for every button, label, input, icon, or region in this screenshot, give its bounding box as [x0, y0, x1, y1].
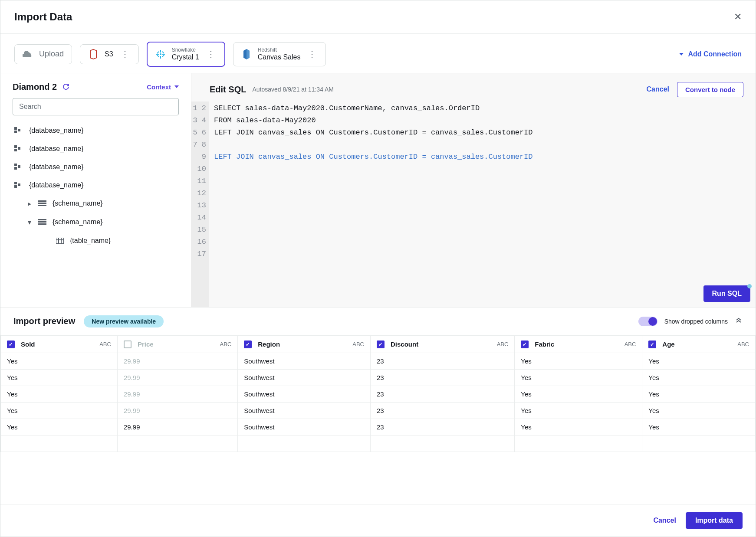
code-content[interactable]: SELECT sales-data-May2020.CustomerName, … [209, 102, 756, 307]
column-checkbox[interactable] [124, 341, 131, 348]
database-tree: {database_name} {database_name} {databas… [13, 121, 179, 250]
database-item[interactable]: {database_name} [13, 158, 179, 176]
preview-title: Import preview [13, 316, 75, 326]
modal-footer: Cancel Import data [0, 504, 756, 537]
column-header[interactable]: RegionABC [238, 336, 371, 353]
upload-icon [23, 49, 33, 59]
source-snowflake[interactable]: Snowflake Crystal 1 ⋮ [147, 42, 225, 67]
column-header[interactable]: SoldABC [1, 336, 118, 353]
caret-down-icon [679, 53, 684, 56]
close-button[interactable]: ✕ [734, 11, 742, 23]
svg-rect-18 [14, 182, 17, 184]
collapse-icon[interactable] [735, 318, 743, 325]
svg-rect-15 [14, 164, 17, 166]
modal-header: Import Data ✕ [0, 0, 756, 34]
code-editor[interactable]: 1 2 3 4 5 6 7 8 9 10 11 12 13 14 15 16 1… [191, 102, 756, 307]
editor-cancel-button[interactable]: Cancel [647, 85, 669, 93]
svg-rect-7 [157, 55, 159, 57]
database-icon [14, 127, 23, 134]
table-row: Yes29.99Southwest23YesYes [1, 353, 756, 369]
table-icon [56, 238, 64, 244]
table-cell: Yes [642, 419, 756, 435]
database-label: {database_name} [29, 181, 83, 189]
import-data-button[interactable]: Import data [686, 512, 743, 529]
show-dropped-toggle[interactable] [638, 317, 657, 326]
column-name: Fabric [535, 341, 554, 348]
convert-to-node-button[interactable]: Convert to node [677, 82, 743, 97]
cancel-button[interactable]: Cancel [653, 517, 676, 524]
new-preview-badge[interactable]: New preview available [84, 315, 164, 327]
table-cell [515, 435, 642, 452]
table-cell: Yes [1, 402, 118, 419]
close-icon: ✕ [734, 11, 742, 22]
preview-table: SoldABCPriceABCRegionABCDiscountABCFabri… [0, 336, 756, 452]
source-upload[interactable]: Upload [14, 44, 72, 64]
database-item[interactable]: {database_name} [13, 121, 179, 140]
chevron-right-icon: ▸ [27, 200, 32, 208]
search-input[interactable] [13, 98, 179, 115]
column-checkbox[interactable] [521, 341, 529, 348]
table-cell: 23 [370, 353, 514, 369]
source-upload-label: Upload [39, 49, 64, 59]
table-cell: Southwest [238, 419, 371, 435]
caret-down-icon [174, 85, 179, 88]
table-cell: 23 [370, 369, 514, 386]
table-row: Yes29.99Southwest23YesYes [1, 369, 756, 386]
svg-rect-22 [38, 203, 46, 204]
svg-point-0 [160, 53, 161, 55]
redshift-icon [241, 49, 252, 59]
table-header-row: SoldABCPriceABCRegionABCDiscountABCFabri… [1, 336, 756, 353]
svg-rect-21 [38, 200, 46, 202]
table-cell: Southwest [238, 369, 371, 386]
database-label: {database_name} [29, 163, 83, 171]
database-item[interactable]: {database_name} [13, 140, 179, 158]
table-cell: Southwest [238, 353, 371, 369]
svg-rect-8 [162, 51, 164, 54]
preview-header: Import preview New preview available Sho… [0, 308, 756, 335]
column-type-badge: ABC [737, 341, 749, 347]
table-cell [370, 435, 514, 452]
source-redshift[interactable]: Redshift Canvas Sales ⋮ [233, 42, 326, 66]
svg-rect-1 [160, 50, 161, 52]
preview-table-container[interactable]: SoldABCPriceABCRegionABCDiscountABCFabri… [0, 335, 756, 504]
table-cell [1, 435, 118, 452]
database-item[interactable]: {database_name} [13, 176, 179, 194]
main-split: Diamond 2 Context {database_name} [0, 73, 756, 308]
page-title: Import Data [14, 11, 72, 23]
context-dropdown[interactable]: Context [147, 83, 179, 91]
column-checkbox[interactable] [648, 341, 656, 348]
column-header[interactable]: FabricABC [515, 336, 642, 353]
line-gutter: 1 2 3 4 5 6 7 8 9 10 11 12 13 14 15 16 1… [191, 102, 209, 307]
autosave-status: Autosaved 8/9/21 at 11:34 AM [252, 86, 334, 93]
add-connection-button[interactable]: Add Connection [679, 50, 742, 58]
table-cell [642, 435, 756, 452]
database-sidebar: Diamond 2 Context {database_name} [0, 73, 191, 307]
schema-item[interactable]: ▾ {schema_name} [13, 213, 179, 232]
column-header[interactable]: PriceABC [117, 336, 237, 353]
s3-menu-button[interactable]: ⋮ [119, 49, 131, 59]
column-checkbox[interactable] [7, 341, 15, 348]
redshift-menu-button[interactable]: ⋮ [306, 49, 318, 59]
chevron-down-icon: ▾ [27, 218, 32, 226]
column-header[interactable]: DiscountABC [370, 336, 514, 353]
table-cell: 29.99 [117, 369, 237, 386]
schema-item[interactable]: ▸ {schema_name} [13, 194, 179, 213]
source-s3[interactable]: S3 ⋮ [80, 44, 139, 64]
column-checkbox[interactable] [377, 341, 385, 348]
schema-label: {schema_name} [53, 218, 103, 226]
s3-icon [88, 49, 99, 59]
svg-rect-14 [14, 149, 17, 151]
table-cell: 23 [370, 386, 514, 402]
database-icon [14, 164, 23, 170]
database-label: {database_name} [29, 145, 83, 153]
table-cell: Yes [1, 369, 118, 386]
table-item[interactable]: {table_name} [13, 232, 179, 250]
run-sql-button[interactable]: Run SQL [703, 285, 750, 302]
column-checkbox[interactable] [244, 341, 252, 348]
table-cell: Yes [515, 369, 642, 386]
column-header[interactable]: AgeABC [642, 336, 756, 353]
schema-icon [38, 219, 46, 225]
table-cell [238, 435, 371, 452]
snowflake-menu-button[interactable]: ⋮ [205, 49, 217, 59]
refresh-button[interactable] [62, 83, 70, 91]
